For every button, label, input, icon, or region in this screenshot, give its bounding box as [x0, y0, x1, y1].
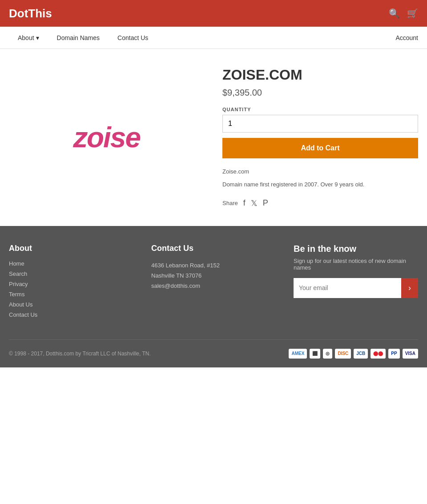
facebook-share-icon[interactable]: f: [243, 198, 246, 208]
newsletter-form: ›: [294, 278, 418, 298]
search-icon: 🔍: [389, 8, 400, 19]
product-image-container: zoise: [9, 67, 205, 208]
quantity-label: QUANTITY: [222, 107, 418, 112]
product-price: $9,395.00: [222, 88, 418, 98]
footer-newsletter-column: Be in the know Sign up for our latest no…: [294, 244, 418, 322]
product-desc-detail: Domain name first registered in 2007. Ov…: [222, 180, 418, 190]
payment-visa-icon: VISA: [403, 349, 418, 359]
footer-address: 4636 Lebanon Road, #152 Nashville TN 370…: [151, 260, 276, 291]
newsletter-email-input[interactable]: [294, 278, 401, 298]
footer-copyright: © 1998 - 2017, Dotthis.com by Tricraft L…: [9, 351, 151, 357]
nav-item-about[interactable]: About ▾: [9, 28, 48, 48]
payment-icons: AMEX ⬛ ◎ DISC JCB ⬤⬤ PP VISA: [289, 349, 418, 359]
share-row: Share f 𝕏 P: [222, 198, 418, 208]
footer-about-column: About Home Search Privacy Terms About Us…: [9, 244, 133, 322]
payment-diners-icon: ◎: [323, 349, 332, 359]
footer-link-contact-us[interactable]: Contact Us: [9, 311, 133, 318]
footer-contact-column: Contact Us 4636 Lebanon Road, #152 Nashv…: [151, 244, 276, 322]
footer-email[interactable]: sales@dotthis.com: [151, 281, 276, 291]
footer-content: About Home Search Privacy Terms About Us…: [9, 244, 418, 359]
twitter-share-icon[interactable]: 𝕏: [251, 198, 258, 208]
header-icons: 🔍 🛒: [389, 8, 418, 19]
cart-icon: 🛒: [407, 8, 418, 19]
payment-discover-icon: DISC: [335, 349, 351, 359]
product-title: ZOISE.COM: [222, 67, 418, 83]
footer-bottom: © 1998 - 2017, Dotthis.com by Tricraft L…: [9, 339, 418, 359]
product-details: ZOISE.COM $9,395.00 QUANTITY Add to Cart…: [222, 67, 418, 208]
newsletter-title: Be in the know: [294, 244, 418, 254]
footer-address-line2: Nashville TN 37076: [151, 270, 276, 281]
footer-contact-title: Contact Us: [151, 244, 276, 253]
search-button[interactable]: 🔍: [389, 8, 400, 19]
cart-button[interactable]: 🛒: [407, 8, 418, 19]
share-label: Share: [222, 200, 238, 206]
newsletter-desc: Sign up for our latest notices of new do…: [294, 258, 418, 271]
footer-link-search[interactable]: Search: [9, 270, 133, 277]
add-to-cart-button[interactable]: Add to Cart: [222, 138, 418, 158]
product-desc-name: Zoise.com: [222, 167, 418, 177]
quantity-input[interactable]: [222, 115, 418, 133]
footer-link-terms[interactable]: Terms: [9, 291, 133, 298]
pinterest-share-icon[interactable]: P: [263, 198, 268, 208]
nav-item-domain-names[interactable]: Domain Names: [48, 28, 109, 48]
payment-apple-pay-icon: ⬛: [310, 349, 320, 359]
chevron-down-icon: ▾: [36, 34, 39, 41]
footer-grid: About Home Search Privacy Terms About Us…: [9, 244, 418, 322]
nav-item-contact-us[interactable]: Contact Us: [109, 28, 157, 48]
product-image: zoise: [73, 121, 140, 154]
footer-about-title: About: [9, 244, 133, 253]
payment-jcb-icon: JCB: [354, 349, 368, 359]
payment-mastercard-icon: ⬤⬤: [371, 349, 386, 359]
payment-amex-icon: AMEX: [289, 349, 307, 359]
logo[interactable]: DotThis: [9, 7, 52, 20]
header-top: DotThis 🔍 🛒: [0, 0, 427, 27]
footer-address-line1: 4636 Lebanon Road, #152: [151, 260, 276, 270]
footer-link-home[interactable]: Home: [9, 260, 133, 267]
footer-link-about-us[interactable]: About Us: [9, 301, 133, 308]
payment-paypal-icon: PP: [388, 349, 399, 359]
newsletter-submit-button[interactable]: ›: [401, 278, 418, 298]
navigation: About ▾ Domain Names Contact Us Account: [0, 27, 427, 49]
footer: About Home Search Privacy Terms About Us…: [0, 226, 427, 367]
product-page: zoise ZOISE.COM $9,395.00 QUANTITY Add t…: [0, 49, 427, 226]
footer-link-privacy[interactable]: Privacy: [9, 281, 133, 287]
nav-left: About ▾ Domain Names Contact Us: [9, 28, 157, 48]
account-link[interactable]: Account: [395, 34, 418, 41]
